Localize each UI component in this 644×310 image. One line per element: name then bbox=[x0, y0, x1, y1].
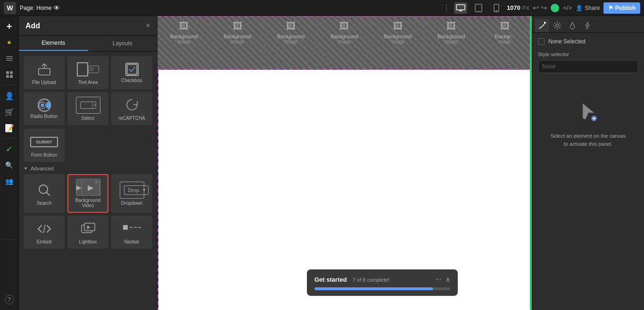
progress-bar-background bbox=[314, 287, 450, 290]
sidebar-item-layers[interactable] bbox=[2, 51, 17, 66]
element-text-area[interactable]: Text Area bbox=[67, 56, 108, 89]
svg-point-4 bbox=[478, 10, 479, 11]
strip-item-4[interactable]: 🖼 Background Image bbox=[372, 16, 425, 70]
strip-image-icon-5: 🖼 bbox=[446, 21, 456, 32]
element-file-upload[interactable]: File Upload bbox=[24, 56, 65, 89]
right-panel: None Selected Style selector None Select… bbox=[532, 16, 644, 310]
strip-item-6[interactable]: 🖼 Backgr... Image bbox=[479, 16, 532, 70]
mobile-view-button[interactable] bbox=[490, 2, 503, 14]
topbar: W Page: Home 👁 ⋮ 1070 PX ↩ ↪ </> 👤 Share… bbox=[0, 0, 644, 16]
navbar-icon bbox=[121, 220, 143, 237]
svg-rect-10 bbox=[6, 71, 9, 74]
strip-item-2[interactable]: 🖼 Background Image bbox=[264, 16, 318, 70]
element-navbar[interactable]: Navbar bbox=[111, 216, 152, 249]
text-area-icon bbox=[77, 61, 99, 78]
app-logo[interactable]: W bbox=[4, 2, 16, 14]
rp-tab-style[interactable] bbox=[535, 19, 549, 32]
sidebar-item-blog[interactable]: 📝 bbox=[2, 120, 17, 135]
tab-elements[interactable]: Elements bbox=[19, 36, 88, 51]
strip-image-icon-2: 🖼 bbox=[286, 21, 296, 32]
element-checkbox[interactable]: Checkbox bbox=[111, 56, 152, 89]
width-value[interactable]: 1070 bbox=[507, 4, 520, 11]
strip-image-icon-4: 🖼 bbox=[393, 21, 403, 32]
rp-tab-settings[interactable] bbox=[550, 19, 564, 32]
advanced-section-label[interactable]: ▼ Advanced bbox=[24, 166, 152, 171]
checkbox-icon bbox=[125, 63, 139, 76]
sidebar-item-add[interactable]: + bbox=[2, 19, 17, 34]
element-select[interactable]: Select bbox=[67, 92, 108, 125]
sidebar-item-search[interactable]: 🔍 bbox=[2, 158, 17, 173]
add-panel: Add × Elements Layouts File Upload bbox=[19, 16, 157, 310]
undo-redo-group: ↩ ↪ bbox=[533, 3, 547, 12]
canvas-content[interactable]: Get started 7 of 8 complete! ··· ∧ bbox=[158, 70, 531, 310]
strip-item-5[interactable]: 🖼 Background Image bbox=[425, 16, 478, 70]
canvas-background-strip[interactable]: 🖼 Background Image 🖼 Background Image 🖼 … bbox=[157, 16, 532, 70]
page-name[interactable]: Home bbox=[36, 5, 51, 11]
rp-tab-lightning[interactable] bbox=[580, 19, 594, 32]
element-search[interactable]: Search bbox=[24, 174, 65, 213]
svg-rect-15 bbox=[89, 66, 99, 73]
desktop-view-button[interactable] bbox=[454, 2, 467, 14]
embed-label: Embed bbox=[37, 239, 52, 244]
svg-rect-0 bbox=[456, 5, 465, 10]
get-started-badge: 7 of 8 complete! bbox=[353, 277, 389, 283]
code-editor-icon[interactable]: </> bbox=[563, 4, 572, 11]
svg-point-33 bbox=[544, 22, 546, 24]
sidebar-item-members[interactable]: 👤 bbox=[2, 88, 17, 103]
undo-button[interactable]: ↩ bbox=[533, 3, 539, 12]
sidebar-item-checkmark[interactable]: ✓ bbox=[2, 142, 17, 157]
redo-button[interactable]: ↪ bbox=[541, 3, 547, 12]
strip-image-icon-3: 🖼 bbox=[339, 21, 349, 32]
right-panel-hint-text: Select an element on the canvasto activa… bbox=[551, 132, 626, 148]
radio-button-label: Radio Button bbox=[31, 114, 58, 119]
tablet-view-button[interactable] bbox=[472, 2, 485, 14]
strip-label-4: Background bbox=[384, 34, 412, 39]
element-dropdown[interactable]: Drop▼ Dropdown bbox=[111, 174, 152, 213]
advanced-elements-grid: Search ▶ ? Background Video bbox=[24, 174, 152, 249]
svg-rect-14 bbox=[39, 68, 50, 75]
more-options-icon[interactable]: ⋮ bbox=[443, 3, 450, 12]
none-selected-row: None Selected bbox=[538, 38, 638, 45]
element-lightbox[interactable]: Lightbox bbox=[67, 216, 108, 249]
eye-icon[interactable]: 👁 bbox=[53, 4, 60, 12]
get-started-more-icon[interactable]: ··· bbox=[436, 275, 442, 284]
svg-rect-22 bbox=[80, 101, 96, 108]
strip-sublabel-2: Image bbox=[284, 39, 297, 44]
strip-item-0[interactable]: 🖼 Background Image bbox=[157, 16, 211, 70]
add-panel-content: File Upload Text Area bbox=[19, 51, 157, 310]
right-panel-illustration: Select an element on the canvasto activa… bbox=[538, 101, 638, 148]
navbar-label: Navbar bbox=[124, 239, 139, 244]
element-recaptcha[interactable]: reCAPTCHA bbox=[111, 92, 152, 125]
sidebar-item-favorites[interactable]: ★ bbox=[2, 35, 17, 50]
add-panel-header: Add × bbox=[19, 16, 157, 36]
share-button[interactable]: 👤 Share bbox=[576, 5, 600, 11]
svg-rect-28 bbox=[84, 223, 95, 231]
strip-sublabel-1: Image bbox=[231, 39, 244, 44]
form-button-icon: SUBMIT bbox=[33, 134, 56, 151]
element-radio-button[interactable]: Radio Button bbox=[24, 92, 65, 125]
canvas-wrapper[interactable]: Get started 7 of 8 complete! ··· ∧ bbox=[157, 70, 532, 310]
style-selector-label: Style selector bbox=[538, 51, 638, 57]
get-started-actions: ··· ∧ bbox=[436, 275, 450, 284]
search-small-icon: 🔍 bbox=[5, 161, 13, 169]
get-started-collapse-icon[interactable]: ∧ bbox=[446, 276, 450, 283]
sidebar-item-help[interactable]: ? bbox=[2, 292, 17, 307]
element-embed[interactable]: Embed bbox=[24, 216, 65, 249]
strip-item-1[interactable]: 🖼 Background Image bbox=[211, 16, 264, 70]
style-selector-dropdown[interactable]: None bbox=[538, 60, 638, 73]
sidebar-item-groups[interactable]: 👥 bbox=[2, 174, 17, 189]
strip-item-3[interactable]: 🖼 Background Image bbox=[318, 16, 371, 70]
element-background-video[interactable]: ▶ ? Background Video bbox=[67, 174, 108, 213]
tab-layouts[interactable]: Layouts bbox=[88, 36, 157, 51]
element-form-button[interactable]: SUBMIT Form Button bbox=[24, 129, 65, 162]
sidebar-item-store[interactable]: 🛒 bbox=[2, 104, 17, 119]
strip-label-0: Background bbox=[170, 34, 198, 39]
check-icon: ✓ bbox=[6, 144, 13, 154]
publish-button[interactable]: ⚑ Publish bbox=[603, 2, 640, 14]
star-icon: ★ bbox=[7, 39, 12, 46]
rp-tab-responsive[interactable] bbox=[565, 19, 579, 32]
sidebar-item-apps[interactable] bbox=[2, 67, 17, 82]
add-panel-close-button[interactable]: × bbox=[145, 21, 150, 31]
add-panel-tabs: Elements Layouts bbox=[19, 36, 157, 51]
get-started-card: Get started 7 of 8 complete! ··· ∧ bbox=[307, 269, 458, 296]
